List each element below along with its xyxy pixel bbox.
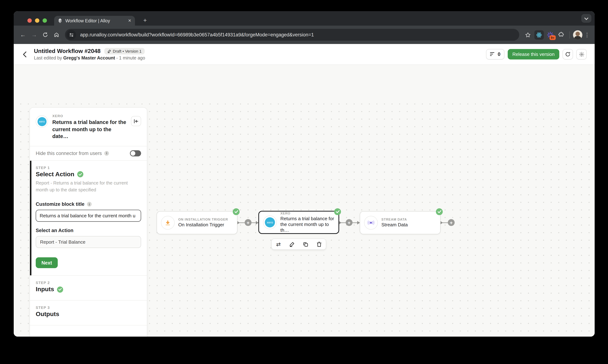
- customize-title-label: Customize block title i: [36, 202, 141, 207]
- url-text: app.runalloy.com/workflow/build?workflow…: [80, 32, 314, 38]
- reload-button[interactable]: [41, 30, 50, 40]
- app-page: Untitled Workflow #2048 Draft • Version …: [14, 44, 595, 337]
- site-settings-icon[interactable]: [66, 30, 76, 40]
- check-icon: [77, 171, 83, 177]
- node-type-label: ON INSTALLATION TRIGGER: [178, 218, 228, 221]
- step1-label: STEP 1: [36, 166, 141, 169]
- node-on-installation-trigger[interactable]: ON INSTALLATION TRIGGER On Installation …: [157, 211, 237, 234]
- redo-circle-icon: [565, 52, 570, 57]
- check-icon: [57, 286, 63, 293]
- toolbar-divider: [569, 31, 570, 38]
- zoom-window-button[interactable]: [42, 18, 47, 23]
- step2-section[interactable]: STEP 2 Inputs: [30, 276, 147, 301]
- node-xero-trial-balance[interactable]: xero XERO Returns a trial balance for th…: [258, 211, 339, 234]
- block-title-input[interactable]: [36, 210, 141, 222]
- filter-lines-icon: [490, 52, 495, 56]
- connector-app-label: XERO: [52, 114, 127, 118]
- hide-connector-toggle[interactable]: [130, 150, 141, 156]
- node-title: On Installation Trigger: [178, 222, 228, 228]
- action-select[interactable]: Report - Trial Balance: [36, 236, 141, 248]
- edge-stream-out: [441, 222, 448, 223]
- close-window-button[interactable]: [28, 18, 32, 23]
- tab-close-icon[interactable]: ✕: [128, 18, 131, 23]
- stream-data-icon: [364, 216, 378, 230]
- duplicate-icon[interactable]: [301, 240, 310, 248]
- node-success-badge: [334, 208, 341, 215]
- step3-title: Outputs: [36, 311, 59, 318]
- back-chevron-icon[interactable]: [19, 49, 29, 59]
- connector-header: xero XERO Returns a trial balance for th…: [30, 108, 147, 146]
- page-title: Untitled Workflow #2048: [34, 48, 100, 54]
- notification-extension-icon[interactable]: 9+: [545, 30, 555, 40]
- step1-section: STEP 1 Select Action Report - Returns a …: [30, 161, 147, 276]
- extension-count-badge: 9+: [550, 35, 556, 40]
- delete-icon[interactable]: [315, 240, 323, 248]
- last-edited-text: Last edited by Gregg's Master Account - …: [34, 55, 145, 61]
- node-type-label: XERO: [280, 211, 334, 215]
- extensions-puzzle-icon[interactable]: [556, 30, 566, 40]
- tab-favicon-gem-icon: [58, 18, 62, 23]
- react-atom-icon: [534, 30, 544, 39]
- xero-logo: xero: [36, 115, 48, 128]
- edit-pencil-icon: [107, 49, 111, 53]
- step2-label: STEP 2: [36, 281, 141, 285]
- tab-search-button[interactable]: [581, 14, 591, 23]
- step3-section[interactable]: STEP 3 Outputs: [30, 301, 147, 326]
- browser-toolbar: ← → app.runalloy.com/workflow/build?work…: [14, 26, 595, 44]
- step1-description: Report - Returns a trial balance for the…: [36, 180, 141, 194]
- profile-avatar[interactable]: [573, 30, 582, 39]
- chevron-down-icon: [584, 16, 589, 20]
- tab-strip: Workflow Editor | Alloy ✕ +: [14, 11, 595, 26]
- add-step-button[interactable]: +: [245, 219, 251, 226]
- react-devtools-extension-icon[interactable]: [534, 30, 544, 40]
- tab-workflow-editor[interactable]: Workflow Editor | Alloy ✕: [54, 16, 135, 26]
- info-icon[interactable]: i: [87, 202, 92, 207]
- new-tab-button[interactable]: +: [141, 16, 149, 25]
- hide-connector-label: Hide this connector from users: [36, 150, 102, 156]
- gear-icon: [579, 51, 584, 57]
- node-success-badge: [436, 208, 443, 215]
- node-success-badge: [233, 208, 240, 215]
- node-action-toolbar: ⇄: [271, 239, 326, 250]
- info-icon[interactable]: i: [104, 151, 109, 156]
- release-version-button[interactable]: Release this version: [508, 49, 559, 59]
- collapse-panel-button[interactable]: [131, 116, 141, 126]
- version-history-button[interactable]: [563, 49, 573, 59]
- step3-label: STEP 3: [36, 306, 141, 310]
- hide-connector-row: Hide this connector from users i: [30, 146, 147, 161]
- workflow-header: Untitled Workflow #2048 Draft • Version …: [14, 44, 595, 65]
- forward-button[interactable]: →: [29, 30, 39, 40]
- status-badge: Draft • Version 1: [104, 48, 145, 54]
- workflow-canvas[interactable]: xero XERO Returns a trial balance for th…: [14, 98, 595, 337]
- changes-count: 0: [498, 52, 500, 57]
- bookmark-star-icon[interactable]: [523, 30, 533, 40]
- add-step-button[interactable]: +: [448, 219, 455, 226]
- home-button[interactable]: [52, 30, 61, 40]
- screen: Workflow Editor | Alloy ✕ + ← → app.ru: [0, 0, 608, 364]
- toggle-knob: [131, 151, 135, 156]
- browser-window: Workflow Editor | Alloy ✕ + ← → app.ru: [14, 11, 595, 337]
- xero-logo: xero: [263, 216, 277, 229]
- tab-title: Workflow Editor | Alloy: [65, 18, 125, 23]
- back-button[interactable]: ←: [18, 30, 28, 40]
- node-stream-data[interactable]: STREAM DATA Stream Data: [360, 211, 441, 234]
- select-action-label: Select an Action: [36, 228, 141, 233]
- node-type-label: STREAM DATA: [381, 218, 408, 221]
- step2-title: Inputs: [36, 286, 54, 293]
- minimize-window-button[interactable]: [35, 18, 39, 23]
- settings-button[interactable]: [576, 49, 587, 59]
- next-button[interactable]: Next: [36, 258, 58, 268]
- swap-connector-icon[interactable]: ⇄: [274, 240, 283, 248]
- address-bar[interactable]: app.runalloy.com/workflow/build?workflow…: [65, 29, 519, 41]
- connector-config-panel: xero XERO Returns a trial balance for th…: [29, 107, 147, 337]
- add-step-button[interactable]: +: [346, 219, 353, 226]
- changes-counter-button[interactable]: 0: [486, 49, 504, 59]
- connector-title: Returns a trial balance for the current …: [52, 119, 127, 140]
- title-block: Untitled Workflow #2048 Draft • Version …: [34, 48, 145, 61]
- edit-icon[interactable]: [288, 240, 296, 248]
- node-title: Stream Data: [381, 222, 408, 228]
- download-icon: [161, 216, 175, 230]
- node-title: Returns a trial balance for the current …: [280, 216, 334, 233]
- collapse-left-icon: [134, 119, 138, 123]
- browser-menu-icon[interactable]: ⋮: [584, 32, 590, 38]
